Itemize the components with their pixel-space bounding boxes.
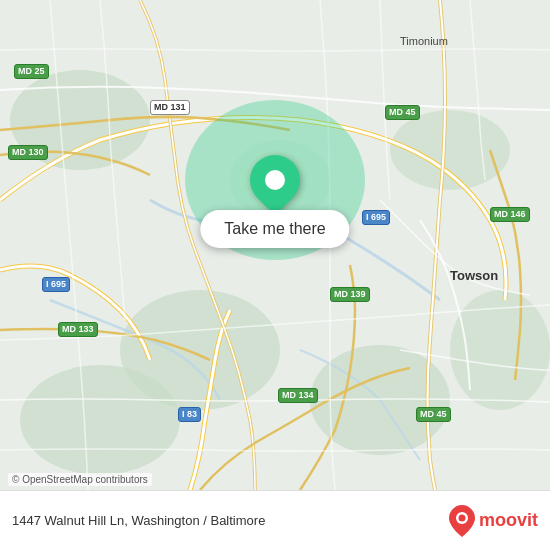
road-badge-md139: MD 139 [330, 287, 370, 302]
map-pin [250, 155, 300, 205]
road-badge-i695-top: I 695 [362, 210, 390, 225]
road-badge-md130: MD 130 [8, 145, 48, 160]
moovit-pin-icon [447, 503, 477, 539]
take-me-there-button[interactable]: Take me there [200, 210, 349, 248]
bottom-bar: 1447 Walnut Hill Ln, Washington / Baltim… [0, 490, 550, 550]
address-text: 1447 Walnut Hill Ln, Washington / Baltim… [12, 513, 265, 528]
road-badge-md134: MD 134 [278, 388, 318, 403]
moovit-logo: moovit [447, 503, 538, 539]
label-towson: Towson [450, 268, 498, 283]
svg-point-9 [458, 514, 465, 521]
road-badge-md131: MD 131 [150, 100, 190, 115]
osm-attribution: © OpenStreetMap contributors [8, 473, 152, 486]
road-badge-md133: MD 133 [58, 322, 98, 337]
road-badge-i83: I 83 [178, 407, 201, 422]
road-badge-md25: MD 25 [14, 64, 49, 79]
road-badge-md146: MD 146 [490, 207, 530, 222]
moovit-text: moovit [479, 510, 538, 531]
label-timonium: Timonium [400, 35, 448, 47]
road-badge-i695-bottom: I 695 [42, 277, 70, 292]
svg-point-6 [20, 365, 180, 475]
road-badge-md45-bottom: MD 45 [416, 407, 451, 422]
map-container: Take me there MD 25 MD 131 MD 130 I 695 … [0, 0, 550, 490]
road-badge-md45-top: MD 45 [385, 105, 420, 120]
